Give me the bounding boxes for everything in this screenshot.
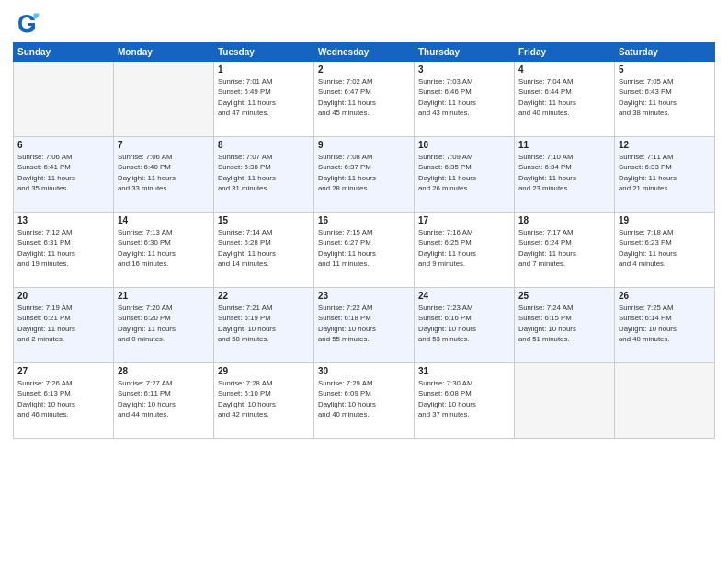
day-number: 5: [619, 64, 711, 75]
calendar-cell: 5Sunrise: 7:05 AM Sunset: 6:43 PM Daylig…: [615, 62, 715, 137]
calendar-week-row: 20Sunrise: 7:19 AM Sunset: 6:21 PM Dayli…: [14, 288, 715, 363]
calendar-cell: 24Sunrise: 7:23 AM Sunset: 6:16 PM Dayli…: [415, 288, 515, 363]
calendar-cell: 25Sunrise: 7:24 AM Sunset: 6:15 PM Dayli…: [515, 288, 615, 363]
day-info: Sunrise: 7:06 AM Sunset: 6:41 PM Dayligh…: [17, 152, 109, 193]
day-number: 6: [17, 140, 109, 150]
calendar-cell: 8Sunrise: 7:07 AM Sunset: 6:38 PM Daylig…: [214, 137, 314, 213]
day-number: 4: [518, 64, 610, 75]
day-info: Sunrise: 7:10 AM Sunset: 6:34 PM Dayligh…: [518, 152, 610, 193]
day-info: Sunrise: 7:07 AM Sunset: 6:38 PM Dayligh…: [218, 152, 310, 193]
calendar-table: SundayMondayTuesdayWednesdayThursdayFrid…: [13, 42, 715, 439]
day-info: Sunrise: 7:21 AM Sunset: 6:19 PM Dayligh…: [218, 303, 310, 344]
day-number: 21: [118, 291, 210, 301]
day-number: 16: [318, 215, 410, 225]
day-info: Sunrise: 7:19 AM Sunset: 6:21 PM Dayligh…: [17, 303, 109, 344]
day-info: Sunrise: 7:24 AM Sunset: 6:15 PM Dayligh…: [518, 303, 610, 344]
day-info: Sunrise: 7:16 AM Sunset: 6:25 PM Dayligh…: [418, 227, 510, 269]
day-number: 7: [118, 140, 210, 150]
day-number: 28: [118, 366, 210, 376]
calendar-cell: 30Sunrise: 7:29 AM Sunset: 6:09 PM Dayli…: [314, 363, 415, 439]
logo: [13, 9, 44, 37]
day-number: 30: [318, 366, 410, 376]
calendar-cell: [515, 363, 615, 439]
day-info: Sunrise: 7:05 AM Sunset: 6:43 PM Dayligh…: [619, 76, 711, 118]
day-info: Sunrise: 7:13 AM Sunset: 6:30 PM Dayligh…: [118, 227, 210, 269]
weekday-header-row: SundayMondayTuesdayWednesdayThursdayFrid…: [14, 43, 715, 62]
day-number: 1: [218, 64, 310, 75]
calendar-week-row: 1Sunrise: 7:01 AM Sunset: 6:49 PM Daylig…: [14, 62, 715, 137]
calendar-cell: 27Sunrise: 7:26 AM Sunset: 6:13 PM Dayli…: [14, 363, 114, 439]
day-number: 17: [418, 215, 510, 225]
calendar-cell: 28Sunrise: 7:27 AM Sunset: 6:11 PM Dayli…: [114, 363, 214, 439]
calendar-cell: 18Sunrise: 7:17 AM Sunset: 6:24 PM Dayli…: [515, 213, 615, 288]
day-info: Sunrise: 7:15 AM Sunset: 6:27 PM Dayligh…: [318, 227, 410, 269]
day-info: Sunrise: 7:29 AM Sunset: 6:09 PM Dayligh…: [318, 378, 410, 419]
day-info: Sunrise: 7:25 AM Sunset: 6:14 PM Dayligh…: [619, 303, 711, 344]
day-number: 9: [318, 140, 410, 150]
day-info: Sunrise: 7:18 AM Sunset: 6:23 PM Dayligh…: [619, 227, 711, 269]
day-number: 29: [218, 366, 310, 376]
calendar-cell: 7Sunrise: 7:06 AM Sunset: 6:40 PM Daylig…: [114, 137, 214, 213]
page: SundayMondayTuesdayWednesdayThursdayFrid…: [0, 0, 728, 563]
calendar-cell: 20Sunrise: 7:19 AM Sunset: 6:21 PM Dayli…: [14, 288, 114, 363]
calendar-cell: 15Sunrise: 7:14 AM Sunset: 6:28 PM Dayli…: [214, 213, 314, 288]
weekday-header-friday: Friday: [515, 43, 615, 62]
calendar-week-row: 13Sunrise: 7:12 AM Sunset: 6:31 PM Dayli…: [14, 213, 715, 288]
calendar-cell: 19Sunrise: 7:18 AM Sunset: 6:23 PM Dayli…: [615, 213, 715, 288]
calendar-cell: 26Sunrise: 7:25 AM Sunset: 6:14 PM Dayli…: [615, 288, 715, 363]
day-info: Sunrise: 7:03 AM Sunset: 6:46 PM Dayligh…: [418, 76, 510, 118]
day-info: Sunrise: 7:30 AM Sunset: 6:08 PM Dayligh…: [418, 378, 510, 419]
day-number: 24: [418, 291, 510, 301]
calendar-cell: 14Sunrise: 7:13 AM Sunset: 6:30 PM Dayli…: [114, 213, 214, 288]
calendar-cell: 17Sunrise: 7:16 AM Sunset: 6:25 PM Dayli…: [415, 213, 515, 288]
calendar-cell: [114, 62, 214, 137]
calendar-cell: 3Sunrise: 7:03 AM Sunset: 6:46 PM Daylig…: [415, 62, 515, 137]
calendar-cell: 10Sunrise: 7:09 AM Sunset: 6:35 PM Dayli…: [415, 137, 515, 213]
calendar-cell: 13Sunrise: 7:12 AM Sunset: 6:31 PM Dayli…: [14, 213, 114, 288]
header: [13, 9, 715, 37]
weekday-header-monday: Monday: [114, 43, 214, 62]
weekday-header-wednesday: Wednesday: [314, 43, 415, 62]
calendar-week-row: 6Sunrise: 7:06 AM Sunset: 6:41 PM Daylig…: [14, 137, 715, 213]
day-info: Sunrise: 7:14 AM Sunset: 6:28 PM Dayligh…: [218, 227, 310, 269]
day-info: Sunrise: 7:23 AM Sunset: 6:16 PM Dayligh…: [418, 303, 510, 344]
day-number: 13: [17, 215, 109, 225]
day-info: Sunrise: 7:28 AM Sunset: 6:10 PM Dayligh…: [218, 378, 310, 419]
day-info: Sunrise: 7:09 AM Sunset: 6:35 PM Dayligh…: [418, 152, 510, 193]
calendar-cell: 11Sunrise: 7:10 AM Sunset: 6:34 PM Dayli…: [515, 137, 615, 213]
day-number: 19: [619, 215, 711, 225]
day-info: Sunrise: 7:08 AM Sunset: 6:37 PM Dayligh…: [318, 152, 410, 193]
day-info: Sunrise: 7:27 AM Sunset: 6:11 PM Dayligh…: [118, 378, 210, 419]
weekday-header-tuesday: Tuesday: [214, 43, 314, 62]
day-info: Sunrise: 7:04 AM Sunset: 6:44 PM Dayligh…: [518, 76, 610, 118]
day-number: 3: [418, 64, 510, 75]
day-number: 18: [518, 215, 610, 225]
day-number: 26: [619, 291, 711, 301]
calendar-cell: 23Sunrise: 7:22 AM Sunset: 6:18 PM Dayli…: [314, 288, 415, 363]
calendar-cell: [615, 363, 715, 439]
day-info: Sunrise: 7:01 AM Sunset: 6:49 PM Dayligh…: [218, 76, 310, 118]
calendar-cell: 16Sunrise: 7:15 AM Sunset: 6:27 PM Dayli…: [314, 213, 415, 288]
weekday-header-thursday: Thursday: [415, 43, 515, 62]
weekday-header-sunday: Sunday: [14, 43, 114, 62]
day-number: 12: [619, 140, 711, 150]
calendar-cell: 29Sunrise: 7:28 AM Sunset: 6:10 PM Dayli…: [214, 363, 314, 439]
calendar-cell: 31Sunrise: 7:30 AM Sunset: 6:08 PM Dayli…: [415, 363, 515, 439]
day-number: 22: [218, 291, 310, 301]
day-info: Sunrise: 7:22 AM Sunset: 6:18 PM Dayligh…: [318, 303, 410, 344]
day-info: Sunrise: 7:02 AM Sunset: 6:47 PM Dayligh…: [318, 76, 410, 118]
weekday-header-saturday: Saturday: [615, 43, 715, 62]
day-info: Sunrise: 7:20 AM Sunset: 6:20 PM Dayligh…: [118, 303, 210, 344]
calendar-cell: 9Sunrise: 7:08 AM Sunset: 6:37 PM Daylig…: [314, 137, 415, 213]
day-number: 11: [518, 140, 610, 150]
calendar-cell: 22Sunrise: 7:21 AM Sunset: 6:19 PM Dayli…: [214, 288, 314, 363]
day-number: 14: [118, 215, 210, 225]
calendar-cell: 4Sunrise: 7:04 AM Sunset: 6:44 PM Daylig…: [515, 62, 615, 137]
calendar-cell: 21Sunrise: 7:20 AM Sunset: 6:20 PM Dayli…: [114, 288, 214, 363]
day-info: Sunrise: 7:11 AM Sunset: 6:33 PM Dayligh…: [619, 152, 711, 193]
calendar-cell: [14, 62, 114, 137]
day-number: 8: [218, 140, 310, 150]
calendar-cell: 1Sunrise: 7:01 AM Sunset: 6:49 PM Daylig…: [214, 62, 314, 137]
day-number: 31: [418, 366, 510, 376]
day-number: 10: [418, 140, 510, 150]
